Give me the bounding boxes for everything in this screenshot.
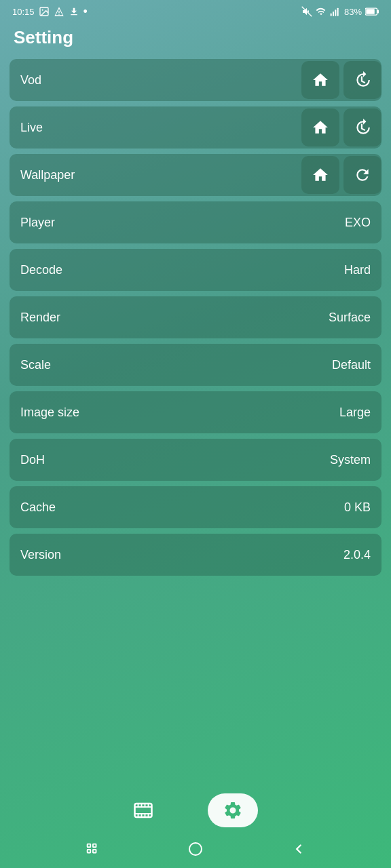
vod-history-button[interactable] — [343, 61, 381, 99]
setting-row-version[interactable]: Version 2.0.4 — [10, 534, 381, 576]
render-label: Render — [20, 311, 329, 325]
image-size-value: Large — [339, 406, 371, 420]
nav-back-button[interactable] — [291, 842, 306, 856]
vod-home-button[interactable] — [301, 61, 339, 99]
svg-rect-6 — [337, 8, 339, 16]
time: 10:15 — [12, 7, 35, 17]
system-nav-bar — [0, 834, 391, 868]
setting-row-image-size[interactable]: Image size Large — [10, 391, 381, 433]
setting-row-live[interactable]: Live — [10, 106, 381, 149]
vod-label: Vod — [10, 73, 297, 87]
live-history-button[interactable] — [343, 108, 381, 146]
svg-rect-24 — [93, 850, 96, 853]
svg-point-1 — [41, 9, 43, 11]
battery-percent: 83% — [344, 7, 362, 17]
wallpaper-refresh-button[interactable] — [343, 156, 381, 194]
home-nav-icon — [187, 841, 204, 857]
svg-rect-23 — [93, 844, 96, 848]
signal-icon — [330, 6, 341, 17]
player-label: Player — [20, 216, 345, 230]
svg-rect-4 — [333, 12, 334, 16]
svg-rect-21 — [87, 844, 90, 848]
mute-icon — [301, 6, 312, 17]
image-size-label: Image size — [20, 406, 339, 420]
render-value: Surface — [329, 311, 371, 325]
setting-row-scale[interactable]: Scale Default — [10, 344, 381, 386]
setting-row-decode[interactable]: Decode Hard — [10, 249, 381, 291]
svg-rect-8 — [366, 9, 375, 14]
cache-value: 0 KB — [344, 500, 371, 515]
svg-rect-3 — [331, 14, 332, 16]
home-icon — [312, 119, 329, 136]
live-home-button[interactable] — [301, 108, 339, 146]
scale-label: Scale — [20, 358, 332, 372]
nav-home-button[interactable] — [187, 841, 204, 857]
status-right: 83% — [301, 6, 379, 17]
decode-value: Hard — [344, 263, 371, 277]
player-value: EXO — [345, 216, 371, 230]
tab-media[interactable] — [133, 800, 153, 821]
svg-rect-10 — [135, 804, 152, 817]
warning-icon — [54, 6, 64, 17]
wallpaper-home-button[interactable] — [301, 156, 339, 194]
setting-row-cache[interactable]: Cache 0 KB — [10, 486, 381, 528]
setting-row-vod[interactable]: Vod — [10, 59, 381, 101]
bottom-nav — [0, 780, 391, 868]
bottom-tabs — [133, 780, 258, 834]
status-left: 10:15 • — [12, 5, 88, 18]
doh-value: System — [330, 453, 371, 467]
gallery-icon — [39, 6, 50, 17]
status-bar: 10:15 • 83% — [0, 0, 391, 20]
home-icon — [312, 71, 329, 89]
decode-label: Decode — [20, 263, 344, 277]
wifi-icon — [316, 6, 327, 17]
wallpaper-label: Wallpaper — [10, 168, 297, 182]
media-tab-icon — [133, 800, 153, 821]
back-icon — [291, 842, 306, 856]
doh-label: DoH — [20, 453, 330, 467]
svg-rect-5 — [335, 9, 336, 16]
film-icon — [133, 800, 153, 821]
refresh-icon — [354, 166, 371, 184]
download-icon — [69, 6, 79, 17]
history-icon — [354, 71, 371, 89]
version-value: 2.0.4 — [343, 548, 371, 562]
nav-recent-button[interactable] — [85, 842, 100, 856]
home-icon — [312, 166, 329, 184]
setting-row-render[interactable]: Render Surface — [10, 296, 381, 338]
dot-indicator: • — [83, 5, 88, 18]
setting-row-wallpaper[interactable]: Wallpaper — [10, 154, 381, 196]
settings-tab-icon — [223, 800, 243, 821]
cache-label: Cache — [20, 500, 344, 515]
recent-apps-icon — [85, 842, 100, 856]
svg-rect-22 — [87, 850, 90, 853]
settings-list: Vod Live Wallpaper Player EXO Decode — [0, 59, 391, 678]
version-label: Version — [20, 548, 343, 562]
setting-row-player[interactable]: Player EXO — [10, 201, 381, 243]
svg-rect-25 — [189, 843, 202, 855]
scale-value: Default — [332, 358, 371, 372]
live-label: Live — [10, 121, 297, 135]
svg-rect-9 — [377, 10, 379, 14]
history-icon — [354, 119, 371, 136]
battery-icon — [365, 7, 379, 16]
setting-row-doh[interactable]: DoH System — [10, 439, 381, 481]
gear-icon — [223, 800, 243, 821]
page-title: Setting — [0, 20, 391, 59]
tab-settings[interactable] — [208, 793, 258, 827]
